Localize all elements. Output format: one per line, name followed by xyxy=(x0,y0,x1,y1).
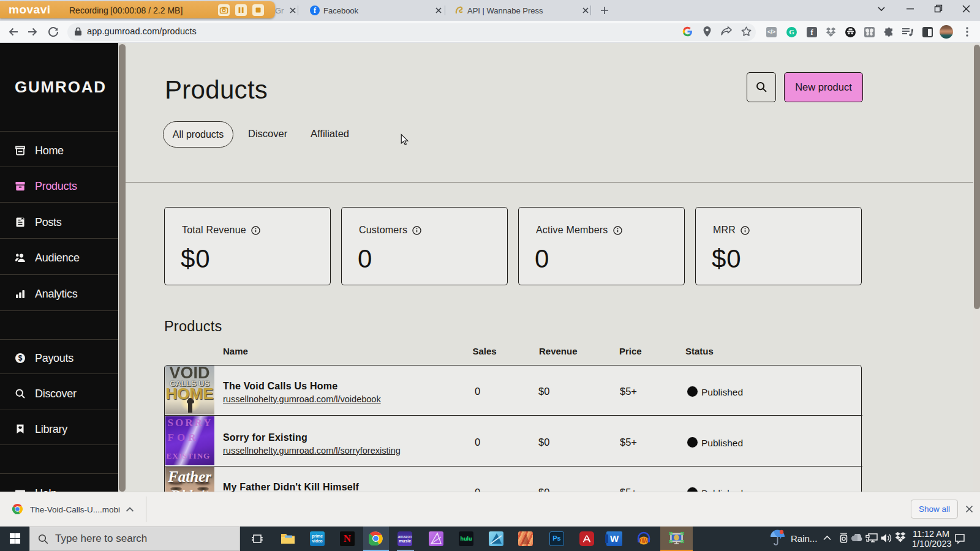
svg-text:$: $ xyxy=(18,354,23,362)
